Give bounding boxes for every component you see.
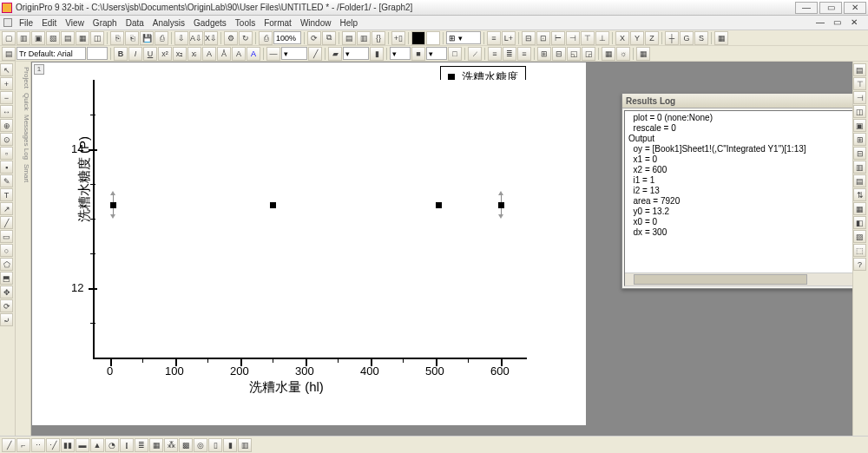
results-log-body[interactable]: plot = 0 (none:None) rescale = 0 Output …	[624, 110, 852, 286]
zoom-out-tool-icon[interactable]: −	[0, 91, 13, 104]
arrow-tool-icon[interactable]: ↗	[0, 202, 13, 215]
subscript-button[interactable]: x₂	[173, 47, 187, 61]
hv-step-icon[interactable]: ⌐	[16, 438, 30, 452]
3d-bar-icon[interactable]: ▦	[149, 438, 163, 452]
align-center-button[interactable]: ≣	[503, 47, 516, 61]
theme-button[interactable]: ▦	[714, 31, 728, 45]
add-column-button[interactable]: +▯	[391, 31, 405, 45]
merge-button[interactable]: ⊟	[522, 31, 536, 45]
front-button[interactable]: ◱	[567, 47, 581, 61]
line-symbol-icon[interactable]: ⋅╱	[46, 438, 60, 452]
symbol-interior-combo[interactable]: ▾	[426, 47, 447, 60]
extract-graph-icon[interactable]: ⊟	[853, 147, 866, 160]
add-right-y-icon[interactable]: ⊣	[853, 91, 866, 104]
mdi-minimize-button[interactable]: —	[816, 17, 832, 28]
open-button[interactable]: ⎘	[110, 31, 124, 45]
back-button[interactable]: ◲	[582, 47, 595, 61]
none-button[interactable]: ┼	[665, 31, 679, 45]
save-template-button[interactable]: ⎙	[155, 31, 168, 45]
new-matrix-button[interactable]: ▤	[61, 31, 75, 45]
rescale-combo[interactable]: ⊞ ▾	[446, 31, 481, 44]
polygon-tool-icon[interactable]: ⬠	[0, 258, 13, 271]
area-plot-icon[interactable]: ▲	[90, 438, 104, 452]
project-explorer-button[interactable]: ▤	[342, 31, 356, 45]
menu-data[interactable]: Data	[122, 18, 148, 28]
help-icon[interactable]: ?	[853, 258, 866, 271]
s-button[interactable]: S	[694, 31, 708, 45]
font-color-button[interactable]: A	[247, 47, 260, 61]
zoom-in-tool-icon[interactable]: +	[0, 77, 13, 90]
italic-button[interactable]: I	[128, 47, 142, 61]
greek-button[interactable]: Α	[202, 47, 216, 61]
line-width-combo[interactable]: ▾	[281, 47, 307, 60]
superscript-button[interactable]: x²	[158, 47, 172, 61]
palette2-icon[interactable]: ▨	[853, 230, 866, 243]
mdi-restore-button[interactable]: ▭	[833, 17, 849, 28]
symbol-size-combo[interactable]: ▾	[390, 47, 411, 60]
align-right-button[interactable]: ≡	[517, 47, 531, 61]
open-template-button[interactable]: ⎗	[125, 31, 139, 45]
menu-file[interactable]: File	[15, 18, 37, 28]
text-tool-icon[interactable]: T	[0, 188, 13, 201]
add-inset-icon[interactable]: ◫	[853, 105, 866, 118]
results-log-panel[interactable]: Results Log ✕ plot = 0 (none:None) resca…	[621, 93, 852, 289]
batch-process-button[interactable]: ⚙	[224, 31, 238, 45]
print-button[interactable]: ⎙	[259, 31, 273, 45]
import-wizard-button[interactable]: ⇩	[174, 31, 188, 45]
zoom-combo[interactable]: 100%	[273, 31, 301, 44]
mesh-button[interactable]: ▦	[636, 47, 650, 61]
data-point[interactable]	[436, 202, 442, 208]
template-lib-icon[interactable]: ▥	[238, 438, 252, 452]
results-log-hscroll[interactable]	[625, 272, 852, 286]
line-color-button[interactable]	[411, 31, 425, 45]
box-plot-icon[interactable]: ▯	[208, 438, 222, 452]
mdi-close-button[interactable]: ✕	[851, 17, 866, 28]
minimize-button[interactable]: —	[795, 2, 818, 14]
menu-help[interactable]: Help	[335, 18, 362, 28]
bold-button[interactable]: B	[114, 47, 128, 61]
refresh-button[interactable]: ⟳	[307, 31, 321, 45]
new-project-button[interactable]: ▢	[2, 31, 16, 45]
bar-plot-icon[interactable]: ▬	[76, 438, 89, 452]
axis-left-button[interactable]: ⊢	[551, 31, 565, 45]
palette-button[interactable]: ▦	[602, 47, 615, 61]
zoom-pan-icon[interactable]: ✥	[0, 286, 13, 299]
column-plot-icon[interactable]: ▮▮	[61, 438, 75, 452]
rect-tool-icon[interactable]: ▭	[0, 230, 13, 243]
y-axis-label[interactable]: 洗糟水糖度 (P)	[76, 136, 93, 222]
align-v-icon[interactable]: ▥	[853, 161, 866, 174]
close-button[interactable]: ✕	[844, 2, 866, 14]
fill-color-button2[interactable]: ▮	[370, 47, 384, 61]
symbol-shape-button[interactable]: ■	[411, 47, 425, 61]
reader-tool-icon[interactable]: ⊕	[0, 119, 13, 132]
import-excel-button[interactable]: X⇩	[204, 31, 218, 45]
group-button[interactable]: ⊞	[537, 47, 551, 61]
rotate-btn2-icon[interactable]: ⤾	[0, 313, 13, 326]
mask-tool-icon[interactable]: ▪	[0, 161, 13, 174]
menu-gadgets[interactable]: Gadgets	[189, 18, 231, 28]
menu-format[interactable]: Format	[260, 18, 296, 28]
anti-alias-button[interactable]: ⟋	[468, 47, 482, 61]
fill-color-button[interactable]	[426, 31, 440, 45]
results-log-button[interactable]: ▥	[357, 31, 371, 45]
menu-tools[interactable]: Tools	[231, 18, 260, 28]
3d-icon[interactable]: ⬚	[853, 244, 866, 257]
graph-window[interactable]: 1 洗糟水糖度 12 14 0	[31, 62, 587, 426]
menu-analysis[interactable]: Analysis	[148, 18, 189, 28]
layer-mgr-icon[interactable]: ▤	[853, 63, 866, 76]
theme-organizer-button[interactable]: ▤	[2, 47, 16, 61]
plot-area[interactable]: 12 14 0 100 200 300 400 50	[93, 80, 553, 401]
underline-button[interactable]: U	[143, 47, 157, 61]
g-button[interactable]: G	[680, 31, 694, 45]
new-graph-button[interactable]: ▧	[46, 31, 60, 45]
smart-hint-tab[interactable]: Smart	[16, 164, 30, 182]
project-explorer-tab[interactable]: Project	[16, 67, 30, 89]
scatter-plot-icon[interactable]: ⋅⋅	[31, 438, 45, 452]
results-log-titlebar[interactable]: Results Log ✕	[622, 94, 852, 108]
new-excel-button[interactable]: ▣	[31, 31, 45, 45]
screen-reader-icon[interactable]: ⊙	[0, 133, 13, 146]
line-tool-icon[interactable]: ╱	[0, 216, 13, 229]
histogram-icon[interactable]: ▮	[223, 438, 237, 452]
recalculate-button[interactable]: ↻	[239, 31, 253, 45]
ungroup-button[interactable]: ⊟	[552, 47, 566, 61]
